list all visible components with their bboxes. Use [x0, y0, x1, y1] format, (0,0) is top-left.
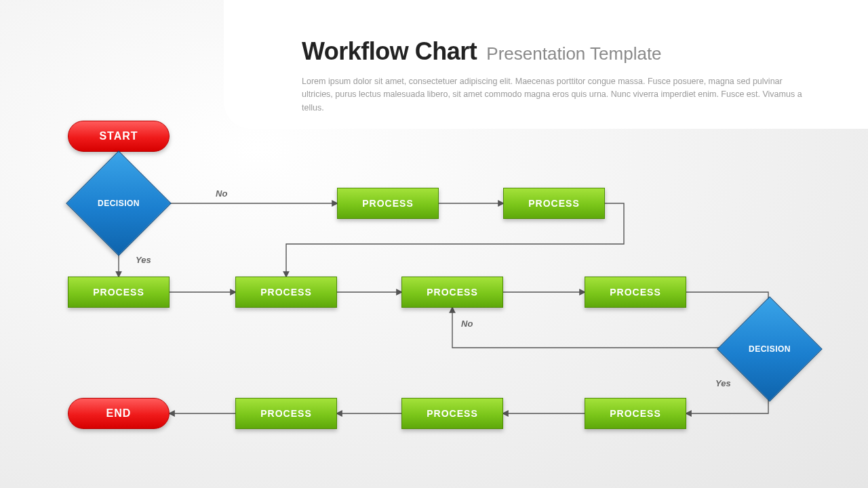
process-bottom-3: PROCESS	[235, 398, 337, 429]
process-yes-1: PROCESS	[68, 277, 170, 308]
process-no-1: PROCESS	[337, 188, 439, 219]
terminator-start: START	[68, 121, 170, 152]
process-no-2: PROCESS	[503, 188, 605, 219]
process-bottom-2: PROCESS	[401, 398, 503, 429]
decision-1: DECISION	[81, 166, 156, 241]
process-yes-2: PROCESS	[235, 277, 337, 308]
decision-1-label: DECISION	[81, 166, 156, 241]
decision-2: DECISION	[732, 312, 807, 386]
process-bottom-1: PROCESS	[585, 398, 686, 429]
process-yes-3: PROCESS	[401, 277, 503, 308]
edge-label-d2-no: No	[461, 319, 473, 329]
terminator-end: END	[68, 398, 170, 429]
process-yes-4: PROCESS	[585, 277, 686, 308]
edge-label-d1-yes: Yes	[136, 255, 151, 265]
edge-label-d1-no: No	[216, 188, 227, 199]
edge-label-d2-yes: Yes	[715, 378, 731, 388]
decision-2-label: DECISION	[732, 312, 807, 386]
flowchart-stage: START DECISION PROCESS PROCESS PROCESS P…	[0, 0, 868, 488]
